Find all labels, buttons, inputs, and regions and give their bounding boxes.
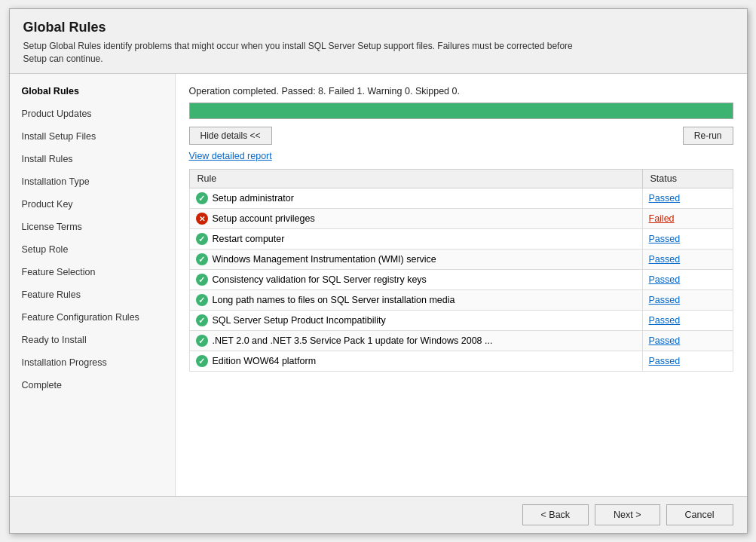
rule-cell: Setup administrator bbox=[189, 188, 642, 208]
rule-cell: SQL Server Setup Product Incompatibility bbox=[189, 310, 642, 330]
rule-cell: Windows Management Instrumentation (WMI)… bbox=[189, 249, 642, 269]
rule-text: Restart computer bbox=[213, 234, 285, 244]
sidebar-item-license-terms[interactable]: License Terms bbox=[10, 216, 175, 238]
rule-text: SQL Server Setup Product Incompatibility bbox=[213, 315, 386, 326]
sidebar-item-feature-rules[interactable]: Feature Rules bbox=[10, 283, 175, 306]
hide-details-button[interactable]: Hide details << bbox=[189, 127, 272, 145]
pass-icon bbox=[196, 335, 208, 347]
rule-text: Long path names to files on SQL Server i… bbox=[213, 295, 455, 305]
table-row: .NET 2.0 and .NET 3.5 Service Pack 1 upd… bbox=[189, 330, 733, 351]
status-cell[interactable]: Passed bbox=[642, 269, 733, 289]
rule-text: Setup administrator bbox=[213, 193, 294, 204]
rule-cell: Edition WOW64 platform bbox=[189, 351, 642, 371]
status-cell[interactable]: Passed bbox=[642, 310, 733, 330]
status-cell[interactable]: Passed bbox=[642, 228, 733, 249]
sidebar-item-install-rules[interactable]: Install Rules bbox=[10, 148, 175, 170]
rerun-button[interactable]: Re-run bbox=[683, 127, 733, 145]
global-rules-dialog: Global Rules Setup Global Rules identify… bbox=[9, 8, 748, 534]
dialog-description: Setup Global Rules identify problems tha… bbox=[23, 40, 589, 66]
rule-cell: Long path names to files on SQL Server i… bbox=[189, 289, 642, 310]
table-wrapper: Rule Status Setup administratorPassedSet… bbox=[189, 169, 733, 484]
sidebar-item-complete[interactable]: Complete bbox=[10, 374, 175, 397]
main-content: Operation completed. Passed: 8. Failed 1… bbox=[176, 74, 747, 496]
sidebar-item-installation-type[interactable]: Installation Type bbox=[10, 170, 175, 193]
progress-bar-container bbox=[189, 103, 733, 119]
pass-icon bbox=[196, 274, 208, 286]
sidebar-item-product-updates[interactable]: Product Updates bbox=[10, 103, 175, 125]
sidebar-item-ready-to-install[interactable]: Ready to Install bbox=[10, 329, 175, 351]
status-cell[interactable]: Passed bbox=[642, 188, 733, 208]
sidebar-item-product-key[interactable]: Product Key bbox=[10, 193, 175, 216]
col-status-header: Status bbox=[642, 169, 733, 188]
status-cell[interactable]: Failed bbox=[642, 208, 733, 228]
view-detailed-report-link[interactable]: View detailed report bbox=[189, 151, 733, 161]
fail-icon bbox=[196, 213, 208, 225]
sidebar-item-setup-role[interactable]: Setup Role bbox=[10, 238, 175, 261]
rule-text: .NET 2.0 and .NET 3.5 Service Pack 1 upd… bbox=[213, 335, 493, 346]
rule-cell: Consistency validation for SQL Server re… bbox=[189, 269, 642, 289]
dialog-header: Global Rules Setup Global Rules identify… bbox=[10, 9, 747, 74]
sidebar-item-feature-configuration-rules[interactable]: Feature Configuration Rules bbox=[10, 306, 175, 329]
pass-icon bbox=[196, 355, 208, 367]
status-link[interactable]: Passed bbox=[649, 356, 681, 366]
pass-icon bbox=[196, 314, 208, 326]
progress-bar-fill bbox=[190, 103, 733, 118]
status-link[interactable]: Passed bbox=[649, 295, 681, 305]
rule-cell: Restart computer bbox=[189, 228, 642, 249]
status-cell[interactable]: Passed bbox=[642, 330, 733, 351]
table-row: Consistency validation for SQL Server re… bbox=[189, 269, 733, 289]
table-row: Windows Management Instrumentation (WMI)… bbox=[189, 249, 733, 269]
sidebar-item-installation-progress[interactable]: Installation Progress bbox=[10, 351, 175, 374]
sidebar-item-install-setup-files[interactable]: Install Setup Files bbox=[10, 125, 175, 148]
rules-table: Rule Status Setup administratorPassedSet… bbox=[189, 169, 733, 372]
dialog-body: Global Rules Product Updates Install Set… bbox=[10, 74, 747, 496]
status-link[interactable]: Passed bbox=[649, 254, 681, 265]
status-link[interactable]: Passed bbox=[649, 274, 681, 285]
pass-icon bbox=[196, 294, 208, 306]
table-row: Long path names to files on SQL Server i… bbox=[189, 289, 733, 310]
table-row: SQL Server Setup Product Incompatibility… bbox=[189, 310, 733, 330]
col-rule-header: Rule bbox=[189, 169, 642, 188]
dialog-footer: < Back Next > Cancel bbox=[10, 496, 747, 533]
toolbar-row: Hide details << Re-run bbox=[189, 127, 733, 145]
status-link[interactable]: Passed bbox=[649, 335, 681, 346]
status-link[interactable]: Passed bbox=[649, 234, 681, 244]
operation-status: Operation completed. Passed: 8. Failed 1… bbox=[189, 86, 733, 96]
table-row: Setup account privilegesFailed bbox=[189, 208, 733, 228]
sidebar-item-global-rules[interactable]: Global Rules bbox=[10, 80, 175, 103]
dialog-title: Global Rules bbox=[23, 20, 733, 35]
status-link[interactable]: Passed bbox=[649, 315, 681, 326]
table-row: Setup administratorPassed bbox=[189, 188, 733, 208]
rule-text: Consistency validation for SQL Server re… bbox=[213, 274, 427, 285]
pass-icon bbox=[196, 192, 208, 204]
rule-text: Setup account privileges bbox=[213, 213, 315, 224]
status-cell[interactable]: Passed bbox=[642, 351, 733, 371]
sidebar: Global Rules Product Updates Install Set… bbox=[10, 74, 176, 496]
status-cell[interactable]: Passed bbox=[642, 249, 733, 269]
rule-cell: Setup account privileges bbox=[189, 208, 642, 228]
rule-text: Edition WOW64 platform bbox=[213, 356, 317, 366]
rule-text: Windows Management Instrumentation (WMI)… bbox=[213, 254, 436, 265]
cancel-button[interactable]: Cancel bbox=[666, 504, 733, 525]
back-button[interactable]: < Back bbox=[522, 504, 589, 525]
status-link[interactable]: Failed bbox=[649, 213, 675, 224]
table-row: Restart computerPassed bbox=[189, 228, 733, 249]
table-row: Edition WOW64 platformPassed bbox=[189, 351, 733, 371]
pass-icon bbox=[196, 253, 208, 265]
status-link[interactable]: Passed bbox=[649, 193, 681, 204]
pass-icon bbox=[196, 233, 208, 245]
rule-cell: .NET 2.0 and .NET 3.5 Service Pack 1 upd… bbox=[189, 330, 642, 351]
sidebar-item-feature-selection[interactable]: Feature Selection bbox=[10, 261, 175, 283]
status-cell[interactable]: Passed bbox=[642, 289, 733, 310]
next-button[interactable]: Next > bbox=[595, 504, 660, 525]
